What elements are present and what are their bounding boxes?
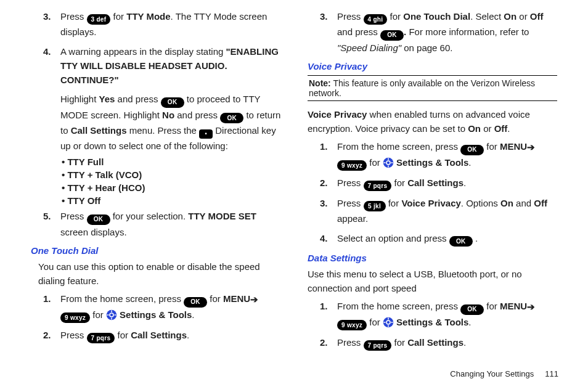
text: . Select	[470, 11, 504, 22]
text: Press	[337, 337, 364, 348]
directional-key-icon: •	[199, 129, 213, 139]
settings-tools-label: Settings & Tools	[396, 317, 468, 327]
tty-mode-label: TTY Mode	[126, 11, 170, 22]
left-column: 3. Press 3 def for TTY Mode. The TTY Mod…	[30, 6, 282, 356]
text: or	[517, 11, 530, 22]
text: .	[475, 233, 478, 243]
text: for	[113, 11, 127, 22]
heading-one-touch-dial: One Touch Dial	[31, 245, 282, 256]
text: for	[118, 330, 131, 340]
text: Press	[60, 330, 87, 340]
text: appear.	[337, 213, 368, 224]
settings-tools-label: Settings & Tools	[120, 309, 192, 320]
call-settings-label: Call Settings	[407, 178, 463, 188]
text: or	[481, 123, 494, 134]
key-9wxyz-icon: 9 wxyz	[337, 160, 367, 171]
voice-privacy-intro: Voice Privacy when enabled turns on adva…	[308, 107, 558, 136]
text: for	[388, 198, 402, 208]
step-5-tty-set: 5. Press OK for your selection. TTY MODE…	[43, 209, 282, 239]
text: Press	[337, 178, 364, 188]
text: for	[369, 157, 383, 168]
text: on page 60.	[401, 43, 452, 53]
bullet-tty-hear: • TTY + Hear (HCO)	[62, 182, 282, 193]
menu-label: MENU	[500, 301, 527, 311]
text: and	[513, 198, 534, 208]
page-footer: Changing Your Settings 111	[0, 369, 588, 378]
key-7pqrs-icon: 7 pqrs	[364, 340, 392, 351]
off-label: Off	[530, 11, 544, 22]
key-5jkl-icon: 5 jkl	[364, 201, 386, 211]
arrow-icon: ➔	[250, 292, 258, 306]
call-settings-label: Call Settings	[407, 337, 463, 348]
step-4-warning: 4. A warning appears in the display stat…	[43, 44, 282, 88]
on-label: On	[468, 123, 481, 134]
text: for	[369, 317, 383, 327]
text: for	[390, 11, 404, 22]
text: and press	[337, 27, 380, 37]
call-settings-label: Call Settings	[131, 330, 187, 340]
otd-step-1: 1. From the home screen, press OK for ME…	[43, 292, 282, 323]
bullet-tty-talk: • TTY + Talk (VCO)	[62, 169, 282, 180]
off-label: Off	[534, 198, 547, 208]
vp-step-2: 2. Press 7 pqrs for Call Settings.	[320, 176, 558, 191]
one-touch-intro: You can use this option to enable or dis…	[38, 259, 282, 288]
text: for	[394, 337, 408, 348]
bullet-tty-off: • TTY Off	[62, 195, 282, 206]
speed-dialing-ref: "Speed Dialing"	[337, 43, 401, 53]
tty-mode-set-label: TTY MODE SET	[188, 211, 256, 221]
text: for your selection.	[113, 211, 189, 221]
ok-key-icon: OK	[220, 113, 243, 123]
step-3-tty: 3. Press 3 def for TTY Mode. The TTY Mod…	[43, 9, 282, 39]
vp-step-4: 4. Select an option and press OK .	[320, 231, 558, 247]
text: From the home screen, press	[60, 293, 184, 304]
ds-step-2: 2. Press 7 pqrs for Call Settings.	[320, 335, 558, 351]
ok-key-icon: OK	[380, 30, 404, 41]
ok-key-icon: OK	[449, 236, 473, 247]
footer-title: Changing Your Settings	[450, 369, 534, 378]
key-3def-icon: 3 def	[87, 14, 111, 25]
ok-key-icon: OK	[184, 297, 207, 308]
text: screen displays.	[60, 227, 127, 237]
text: Press	[337, 11, 364, 22]
on-label: On	[500, 198, 513, 208]
text: Press	[60, 211, 87, 221]
text: for	[486, 141, 500, 152]
text: menu. Press the	[127, 125, 200, 136]
key-4ghi-icon: 4 ghi	[364, 14, 388, 25]
ok-key-icon: OK	[460, 145, 484, 155]
right-column: 3. Press 4 ghi for One Touch Dial. Selec…	[306, 6, 558, 356]
text: Select an option and press	[337, 233, 449, 243]
yes-label: Yes	[99, 94, 115, 104]
menu-label: MENU	[500, 141, 527, 152]
gear-icon	[383, 157, 394, 168]
gear-icon	[383, 317, 394, 328]
step-4-continuation: Highlight Yes and press OK to proceed to…	[60, 92, 282, 153]
gear-icon	[106, 309, 117, 321]
text: From the home screen, press	[337, 301, 460, 311]
note-text: This feature is only available on the Ve…	[309, 78, 535, 98]
text: A warning appears in the display stating	[60, 46, 226, 57]
on-label: On	[504, 11, 517, 22]
bullet-tty-full: • TTY Full	[62, 157, 282, 167]
text: and press	[115, 94, 160, 104]
key-7pqrs-icon: 7 pqrs	[87, 333, 115, 343]
vp-step-1: 1. From the home screen, press OK for ME…	[320, 139, 558, 171]
key-9wxyz-icon: 9 wxyz	[337, 320, 367, 330]
text: . Options	[461, 198, 500, 208]
ok-key-icon: OK	[161, 97, 184, 108]
arrow-icon: ➔	[527, 300, 535, 314]
page-number: 111	[545, 369, 558, 378]
menu-label: MENU	[223, 293, 250, 304]
key-9wxyz-icon: 9 wxyz	[60, 312, 90, 323]
text: and press	[174, 110, 220, 120]
text: Highlight	[60, 94, 99, 104]
text: .	[468, 317, 471, 327]
ds-step-1: 1. From the home screen, press OK for ME…	[320, 299, 558, 330]
text: for	[210, 293, 223, 304]
otd-step-3: 3. Press 4 ghi for One Touch Dial. Selec…	[320, 9, 558, 55]
heading-voice-privacy: Voice Privacy	[308, 61, 558, 71]
key-7pqrs-icon: 7 pqrs	[364, 181, 392, 191]
one-touch-dial-label: One Touch Dial	[403, 11, 470, 22]
ok-key-icon: OK	[87, 214, 110, 225]
call-settings-label: Call Settings	[71, 125, 127, 136]
